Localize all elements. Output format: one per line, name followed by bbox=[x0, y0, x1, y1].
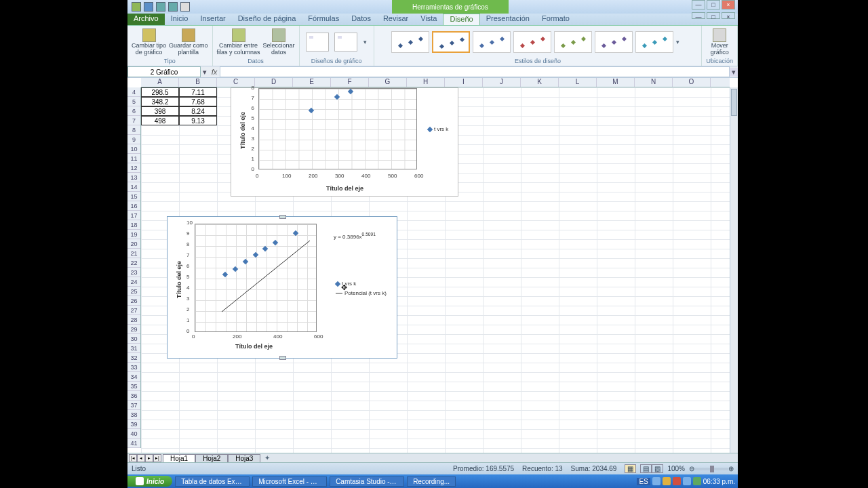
chart-object-1[interactable]: 012345678 0100200300400500600 Título del… bbox=[231, 87, 458, 197]
formula-bar[interactable] bbox=[220, 66, 730, 77]
row-header-32[interactable]: 32 bbox=[127, 353, 140, 363]
tab-presentación[interactable]: Presentación bbox=[480, 14, 536, 25]
chart-style-5[interactable] bbox=[554, 31, 592, 53]
sheet-tab-hoja3[interactable]: Hoja3 bbox=[228, 454, 260, 462]
tray-icon[interactable] bbox=[663, 477, 671, 485]
col-header-B[interactable]: B bbox=[179, 78, 217, 87]
col-header-F[interactable]: F bbox=[331, 78, 369, 87]
tab-inicio[interactable]: Inicio bbox=[165, 14, 195, 25]
doc-restore-button[interactable]: □ bbox=[707, 12, 720, 19]
doc-close-button[interactable]: × bbox=[722, 12, 735, 19]
tab-vista[interactable]: Vista bbox=[414, 14, 443, 25]
row-header-30[interactable]: 30 bbox=[127, 334, 140, 344]
row-header-31[interactable]: 31 bbox=[127, 344, 140, 353]
row-header-9[interactable]: 9 bbox=[127, 135, 140, 144]
undo-icon[interactable] bbox=[156, 2, 165, 12]
row-header-34[interactable]: 34 bbox=[127, 372, 140, 382]
new-icon[interactable] bbox=[180, 2, 190, 12]
save-as-template-button[interactable]: Guardar como plantilla bbox=[169, 28, 208, 56]
sheet-tab-hoja2[interactable]: Hoja2 bbox=[195, 454, 228, 462]
row-header-4[interactable]: 4 bbox=[127, 87, 140, 97]
tab-diseño[interactable]: Diseño bbox=[443, 14, 479, 25]
row-header-26[interactable]: 26 bbox=[127, 296, 140, 306]
namebox-dropdown-icon[interactable]: ▾ bbox=[201, 68, 209, 77]
sheet-nav-first-icon[interactable]: |◂ bbox=[129, 454, 137, 462]
cell-A7[interactable]: 498 bbox=[141, 116, 179, 125]
row-header-8[interactable]: 8 bbox=[127, 125, 140, 135]
col-header-G[interactable]: G bbox=[369, 78, 407, 87]
row-header-16[interactable]: 16 bbox=[127, 201, 140, 211]
row-header-19[interactable]: 19 bbox=[127, 230, 140, 239]
sheet-nav-last-icon[interactable]: ▸| bbox=[153, 454, 161, 462]
col-header-I[interactable]: I bbox=[445, 78, 483, 87]
row-header-5[interactable]: 5 bbox=[127, 97, 140, 106]
tab-diseño-de-página[interactable]: Diseño de página bbox=[232, 14, 302, 25]
row-header-11[interactable]: 11 bbox=[127, 154, 140, 163]
tray-icon[interactable] bbox=[652, 477, 660, 485]
row-header-6[interactable]: 6 bbox=[127, 106, 140, 116]
col-header-M[interactable]: M bbox=[597, 78, 635, 87]
cell-B5[interactable]: 7.68 bbox=[179, 97, 217, 106]
maximize-button[interactable]: □ bbox=[707, 0, 720, 9]
cell-B4[interactable]: 7.11 bbox=[179, 87, 217, 97]
tray-icon[interactable] bbox=[693, 477, 701, 485]
chart-style-3[interactable] bbox=[473, 31, 511, 53]
move-chart-button[interactable]: Mover gráfico bbox=[711, 28, 729, 56]
chart-style-7[interactable] bbox=[635, 31, 673, 53]
row-header-27[interactable]: 27 bbox=[127, 306, 140, 315]
name-box[interactable] bbox=[127, 66, 201, 77]
row-header-36[interactable]: 36 bbox=[127, 391, 140, 401]
doc-minimize-button[interactable]: — bbox=[692, 12, 705, 19]
sheet-tab-hoja1[interactable]: Hoja1 bbox=[163, 454, 195, 462]
cell-A6[interactable]: 398 bbox=[141, 106, 179, 116]
tray-clock[interactable]: 06:33 p.m. bbox=[703, 478, 735, 485]
save-icon[interactable] bbox=[144, 2, 153, 12]
tab-formato[interactable]: Formato bbox=[536, 14, 576, 25]
row-header-21[interactable]: 21 bbox=[127, 249, 140, 258]
redo-icon[interactable] bbox=[168, 2, 178, 12]
col-header-K[interactable]: K bbox=[521, 78, 559, 87]
styles-more-icon[interactable]: ▾ bbox=[676, 39, 684, 45]
col-header-A[interactable]: A bbox=[141, 78, 179, 87]
col-header-L[interactable]: L bbox=[559, 78, 597, 87]
layouts-more-icon[interactable]: ▾ bbox=[361, 39, 368, 45]
row-header-40[interactable]: 40 bbox=[127, 429, 140, 439]
cell-B6[interactable]: 8.24 bbox=[179, 106, 217, 116]
col-header-J[interactable]: J bbox=[483, 78, 521, 87]
chart-style-2[interactable] bbox=[432, 31, 470, 53]
col-header-E[interactable]: E bbox=[293, 78, 331, 87]
row-header-25[interactable]: 25 bbox=[127, 287, 140, 296]
sheet-nav-next-icon[interactable]: ▸ bbox=[145, 454, 153, 462]
view-pagebreak-icon[interactable]: ▧ bbox=[652, 464, 663, 473]
vertical-scrollbar[interactable] bbox=[730, 87, 738, 453]
row-header-39[interactable]: 39 bbox=[127, 420, 140, 429]
row-header-20[interactable]: 20 bbox=[127, 239, 140, 249]
chart-style-1[interactable] bbox=[391, 31, 429, 53]
scrollbar-thumb[interactable] bbox=[731, 89, 737, 116]
col-header-H[interactable]: H bbox=[407, 78, 445, 87]
switch-row-column-button[interactable]: Cambiar entre filas y columnas bbox=[217, 28, 260, 56]
row-header-17[interactable]: 17 bbox=[127, 211, 140, 220]
cell-A5[interactable]: 348.2 bbox=[141, 97, 179, 106]
row-header-33[interactable]: 33 bbox=[127, 363, 140, 372]
row-header-18[interactable]: 18 bbox=[127, 220, 140, 230]
tab-datos[interactable]: Datos bbox=[345, 14, 377, 25]
tab-revisar[interactable]: Revisar bbox=[377, 14, 414, 25]
zoom-in-icon[interactable]: ⊕ bbox=[728, 465, 734, 472]
taskbar-item[interactable]: Microsoft Excel - Libro1 bbox=[252, 476, 327, 487]
tab-fórmulas[interactable]: Fórmulas bbox=[302, 14, 345, 25]
row-header-29[interactable]: 29 bbox=[127, 325, 140, 334]
row-header-15[interactable]: 15 bbox=[127, 192, 140, 201]
view-layout-icon[interactable]: ▤ bbox=[640, 464, 652, 473]
cells-grid[interactable]: 298.57.11348.27.683988.244989.13 0123456… bbox=[141, 87, 730, 453]
taskbar-item[interactable]: Camtasia Studio - Unt... bbox=[330, 476, 404, 487]
cell-B7[interactable]: 9.13 bbox=[179, 116, 217, 125]
minimize-button[interactable]: — bbox=[692, 0, 705, 9]
tray-shield-icon[interactable] bbox=[673, 477, 681, 485]
zoom-out-icon[interactable]: ⊖ bbox=[689, 465, 694, 472]
chart-object-2[interactable]: 012345678910 0200400600 Título del eje T… bbox=[167, 216, 397, 359]
fx-icon[interactable]: fx bbox=[209, 68, 220, 76]
zoom-level[interactable]: 100% bbox=[667, 465, 685, 472]
change-chart-type-button[interactable]: Cambiar tipo de gráfico bbox=[132, 28, 166, 56]
cell-A4[interactable]: 298.5 bbox=[141, 87, 179, 97]
